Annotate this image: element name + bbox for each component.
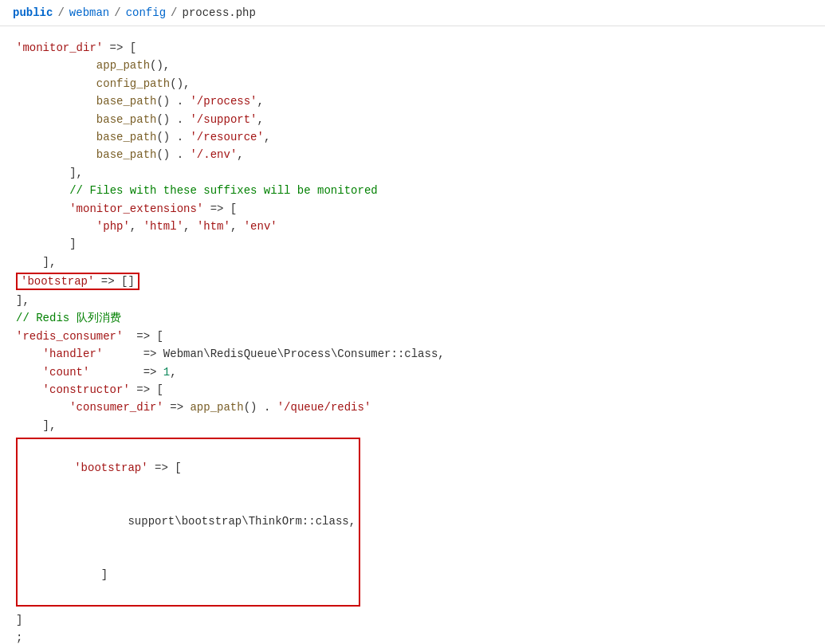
- breadcrumb-public[interactable]: public: [13, 6, 53, 19]
- code-line: base_path() . '/support',: [0, 111, 825, 128]
- breadcrumb-file: process.php: [182, 6, 255, 19]
- code-line: ]: [0, 611, 825, 629]
- code-container: 'monitor_dir' => [ app_path(), config_pa…: [0, 26, 825, 644]
- code-comment-monitor: // Files with these suffixes will be mon…: [0, 182, 825, 199]
- code-line-handler: 'handler' => Webman\RedisQueue\Process\C…: [0, 345, 825, 363]
- code-line: base_path() . '/resource',: [0, 128, 825, 146]
- code-line-redis-consumer: 'redis_consumer' => [: [0, 328, 825, 345]
- code-line: ]: [0, 235, 825, 253]
- code-line-consumer-dir: 'consumer_dir' => app_path() . '/queue/r…: [0, 399, 825, 416]
- breadcrumb: public / webman / config / process.php: [0, 0, 825, 26]
- code-line: 'monitor_dir' => [: [0, 39, 825, 57]
- code-line-monitor-ext: 'monitor_extensions' => [: [0, 200, 825, 218]
- code-line: ],: [0, 253, 825, 271]
- bootstrap-highlight-small: 'bootstrap' => []: [0, 271, 825, 292]
- breadcrumb-sep1: /: [57, 6, 64, 19]
- bootstrap-highlight-large: 'bootstrap' => [ support\bootstrap\Think…: [0, 434, 825, 611]
- code-line: ],: [0, 417, 825, 434]
- code-line: ],: [0, 292, 825, 309]
- code-line: config_path(),: [0, 75, 825, 92]
- code-line-constructor: 'constructor' => [: [0, 381, 825, 399]
- breadcrumb-webman[interactable]: webman: [69, 6, 109, 19]
- code-line-semicolon: ;: [0, 629, 825, 644]
- code-bracket-close: ]: [74, 568, 108, 581]
- code-line: app_path(),: [0, 57, 825, 74]
- code-line: base_path() . '/.env',: [0, 146, 825, 163]
- code-bootstrap-plain: => []: [94, 275, 134, 288]
- code-line: ],: [0, 164, 825, 182]
- breadcrumb-config[interactable]: config: [126, 6, 166, 19]
- code-bootstrap-string: 'bootstrap': [21, 275, 94, 288]
- code-line-count: 'count' => 1,: [0, 363, 825, 381]
- code-bootstrap-string2: 'bootstrap' => [: [74, 461, 181, 474]
- code-thinkorm: support\bootstrap\ThinkOrm::class,: [74, 515, 356, 528]
- breadcrumb-sep3: /: [171, 6, 177, 19]
- breadcrumb-sep2: /: [114, 6, 120, 19]
- code-line-ext-values: 'php', 'html', 'htm', 'env': [0, 218, 825, 235]
- code-line: base_path() . '/process',: [0, 92, 825, 110]
- code-comment-redis: // Redis 队列消费: [0, 309, 825, 327]
